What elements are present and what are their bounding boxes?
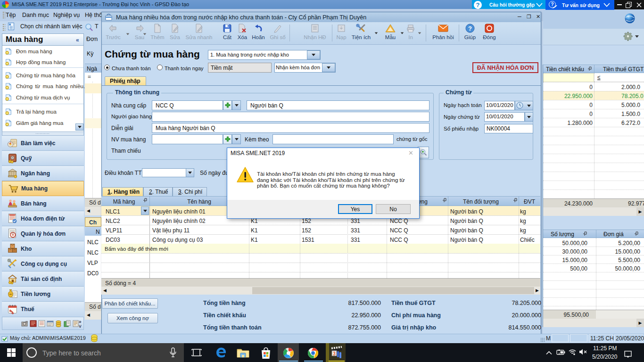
svg-text:3: 3	[333, 351, 336, 356]
svg-text:?: ?	[468, 25, 472, 32]
